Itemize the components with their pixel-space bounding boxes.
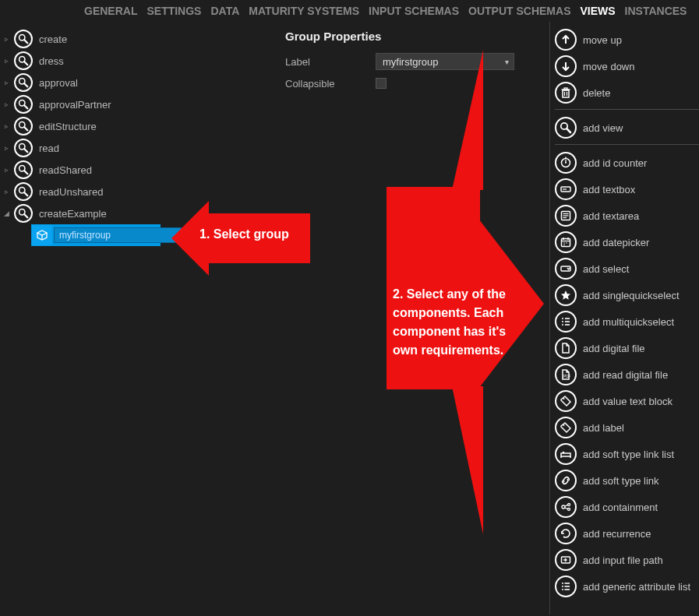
action-label: add textbox xyxy=(583,184,635,195)
tree-caret-icon[interactable]: ▹ xyxy=(3,144,9,152)
action-add-soft-type-link[interactable]: add soft type link xyxy=(555,467,699,494)
properties-panel: Group Properties Label myfirstgroup Coll… xyxy=(281,22,549,614)
label-select-value: myfirstgroup xyxy=(383,56,439,68)
tab-input-schemas[interactable]: INPUT SCHEMAS xyxy=(369,5,459,17)
tab-instances[interactable]: INSTANCES xyxy=(625,5,687,17)
tab-general[interactable]: GENERAL xyxy=(84,5,137,17)
tree-item-label: editStructure xyxy=(39,121,97,132)
action-move-up[interactable]: move up xyxy=(555,26,699,53)
tree-caret-icon[interactable]: ▹ xyxy=(3,79,9,86)
tree-item-approvalPartner[interactable]: ▹approvalPartner xyxy=(3,93,281,115)
generic-list-icon xyxy=(555,576,577,597)
arrow-up-icon xyxy=(555,29,577,51)
magnify-icon xyxy=(555,117,577,139)
tree-item-label: dress xyxy=(39,55,64,67)
action-move-down[interactable]: move down xyxy=(555,53,699,79)
tree-item-label: approvalPartner xyxy=(39,99,111,111)
magnify-icon xyxy=(14,204,33,223)
tree-item-label: approval xyxy=(39,77,78,89)
action-add-label[interactable]: add label xyxy=(555,414,699,441)
tree-item-approval[interactable]: ▹approval xyxy=(3,72,281,93)
actions-panel: move upmove downdelete add view add id c… xyxy=(549,22,699,614)
action-label: move up xyxy=(583,34,622,46)
action-add-datepicker[interactable]: add datepicker xyxy=(555,229,699,255)
textarea-icon xyxy=(555,205,577,227)
action-label: add datepicker xyxy=(583,237,649,248)
collapsible-checkbox[interactable] xyxy=(376,78,387,89)
tab-output-schemas[interactable]: OUTPUT SCHEMAS xyxy=(468,5,570,17)
tree-item-read[interactable]: ▹read xyxy=(3,137,281,159)
tree-item-label: read xyxy=(39,143,59,154)
action-add-digital-file[interactable]: add digital file xyxy=(555,335,699,361)
action-add-multiquickselect[interactable]: add multiquickselect xyxy=(555,308,699,335)
action-delete[interactable]: delete xyxy=(555,79,699,106)
magnify-icon xyxy=(14,95,33,114)
tree-item-readShared[interactable]: ▹readShared xyxy=(3,159,281,181)
star-icon xyxy=(555,284,577,306)
arrow-down-icon xyxy=(555,55,577,77)
tab-views[interactable]: VIEWS xyxy=(580,5,615,17)
action-add-textbox[interactable]: add textbox xyxy=(555,176,699,202)
tree-caret-icon[interactable]: ▹ xyxy=(3,100,9,108)
tab-settings[interactable]: SETTINGS xyxy=(147,5,201,17)
tree-item-label: readUnshared xyxy=(39,186,103,198)
tree-item-dress[interactable]: ▹dress xyxy=(3,50,281,72)
label-select[interactable]: myfirstgroup xyxy=(376,53,514,70)
magnify-icon xyxy=(14,30,33,48)
link-icon xyxy=(555,470,577,491)
action-add-singlequickselect[interactable]: add singlequickselect xyxy=(555,282,699,308)
magnify-icon xyxy=(14,117,33,136)
refresh-icon[interactable] xyxy=(183,225,193,245)
action-add-recurrence[interactable]: add recurrence xyxy=(555,520,699,547)
tree-caret-icon[interactable]: ▹ xyxy=(3,57,9,65)
action-label: add id counter xyxy=(583,157,647,169)
action-add-generic-attribute-list[interactable]: add generic attribute list xyxy=(555,573,699,600)
tree-caret-icon[interactable]: ▹ xyxy=(3,188,9,195)
action-label: add textarea xyxy=(583,210,639,222)
group-name-input[interactable] xyxy=(54,227,182,243)
file-icon xyxy=(555,337,577,359)
tree-item-createExample[interactable]: ◢createExample xyxy=(3,202,281,224)
counter-icon xyxy=(555,152,577,174)
magnify-icon xyxy=(14,182,33,201)
tree-caret-icon[interactable]: ▹ xyxy=(3,166,9,174)
tag-icon xyxy=(555,417,577,438)
trash-icon xyxy=(555,82,577,104)
action-label: add multiquickselect xyxy=(583,316,674,328)
action-add-soft-type-link-list[interactable]: add soft type link list xyxy=(555,441,699,467)
action-add-id-counter[interactable]: add id counter xyxy=(555,150,699,176)
calendar-icon xyxy=(555,231,577,253)
tree-item-editStructure[interactable]: ▹editStructure xyxy=(3,115,281,137)
action-label: add singlequickselect xyxy=(583,290,680,301)
tab-maturity-systems[interactable]: MATURITY SYSTEMS xyxy=(249,5,359,17)
properties-title: Group Properties xyxy=(285,30,538,43)
file-read-icon xyxy=(555,364,577,385)
action-label: add containment xyxy=(583,502,658,513)
action-add-value-text-block[interactable]: add value text block xyxy=(555,388,699,414)
tree-caret-icon[interactable]: ▹ xyxy=(3,35,9,43)
tree-item-label: readShared xyxy=(39,164,92,176)
action-add-read-digital-file[interactable]: add read digital file xyxy=(555,361,699,388)
textbox-icon xyxy=(555,178,577,200)
select-icon xyxy=(555,258,577,280)
tree-item-label: createExample xyxy=(39,208,107,220)
tree-item-create[interactable]: ▹create xyxy=(3,28,281,50)
action-add-view[interactable]: add view xyxy=(555,114,699,141)
action-add-select[interactable]: add select xyxy=(555,255,699,282)
tree-item-readUnshared[interactable]: ▹readUnshared xyxy=(3,181,281,202)
tree-caret-icon[interactable]: ▹ xyxy=(3,122,9,130)
action-add-input-file-path[interactable]: add input file path xyxy=(555,547,699,573)
action-label: move down xyxy=(583,61,634,72)
action-label: delete xyxy=(583,87,610,99)
action-add-containment[interactable]: add containment xyxy=(555,494,699,520)
tree-caret-icon[interactable]: ◢ xyxy=(3,209,9,217)
tab-data[interactable]: DATA xyxy=(210,5,239,17)
action-label: add value text block xyxy=(583,396,673,407)
tag-icon xyxy=(555,390,577,412)
label-field-label: Label xyxy=(285,56,376,68)
collapsible-label: Collapsible xyxy=(285,78,376,90)
action-add-textarea[interactable]: add textarea xyxy=(555,202,699,229)
list-check-icon xyxy=(555,311,577,333)
tree-group-row[interactable] xyxy=(31,224,161,246)
tab-bar: GENERALSETTINGSDATAMATURITY SYSTEMSINPUT… xyxy=(0,0,699,22)
